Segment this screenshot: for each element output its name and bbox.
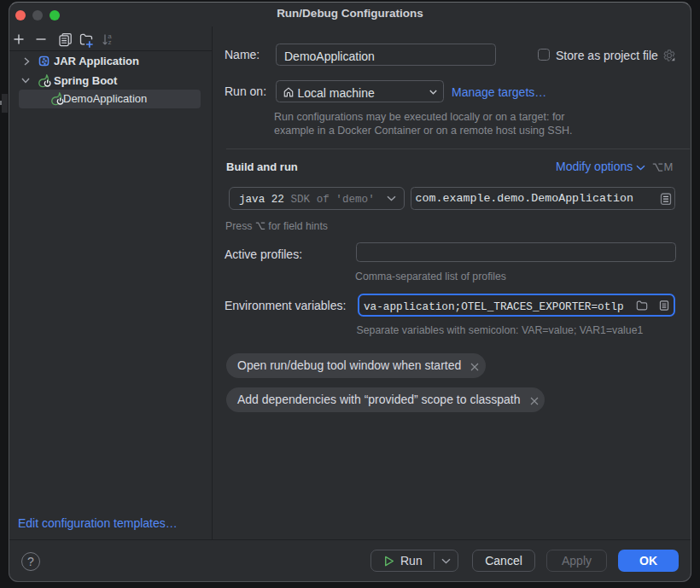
svg-text:z: z: [108, 38, 111, 46]
